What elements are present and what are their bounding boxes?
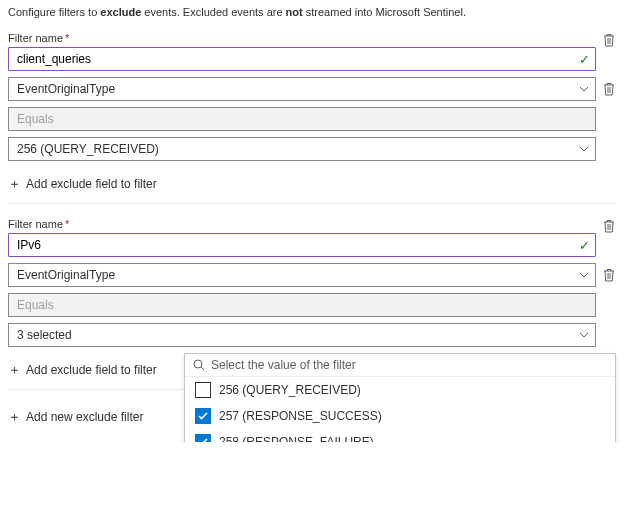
- chevron-down-icon: [579, 146, 589, 152]
- filter-block: Filter name* ✓ EventOriginalType Equals …: [8, 218, 616, 436]
- checkbox[interactable]: [195, 434, 211, 442]
- plus-icon: ＋: [8, 361, 20, 379]
- trash-icon: [603, 82, 615, 96]
- checkbox[interactable]: [195, 382, 211, 398]
- field-select[interactable]: EventOriginalType: [8, 77, 596, 101]
- filter-name-input[interactable]: [8, 47, 596, 71]
- plus-icon: ＋: [8, 175, 20, 193]
- divider: [8, 203, 616, 204]
- dropdown-option[interactable]: 256 (QUERY_RECEIVED): [185, 377, 615, 403]
- dropdown-option[interactable]: 257 (RESPONSE_SUCCESS): [185, 403, 615, 429]
- add-field-button[interactable]: ＋ Add exclude field to filter: [8, 167, 616, 203]
- dropdown-option-label: 258 (RESPONSE_FAILURE): [219, 435, 374, 442]
- plus-icon: ＋: [8, 408, 20, 426]
- trash-icon: [603, 219, 615, 233]
- delete-filter-button[interactable]: [602, 33, 616, 47]
- filter-name-label: Filter name*: [8, 32, 69, 44]
- filter-block: Filter name* ✓ EventOriginalType Equals …: [8, 32, 616, 203]
- filter-name-input[interactable]: [8, 233, 596, 257]
- checkbox[interactable]: [195, 408, 211, 424]
- value-select[interactable]: 256 (QUERY_RECEIVED): [8, 137, 596, 161]
- value-dropdown-panel: Select the value of the filter 256 (QUER…: [184, 353, 616, 442]
- svg-point-0: [194, 360, 202, 368]
- delete-filter-button[interactable]: [602, 219, 616, 233]
- dropdown-option-label: 256 (QUERY_RECEIVED): [219, 383, 361, 397]
- chevron-down-icon: [579, 332, 589, 338]
- chevron-down-icon: [579, 272, 589, 278]
- delete-field-button[interactable]: [602, 268, 616, 282]
- dropdown-option[interactable]: 258 (RESPONSE_FAILURE): [185, 429, 615, 442]
- chevron-down-icon: [579, 86, 589, 92]
- svg-line-1: [201, 367, 204, 370]
- trash-icon: [603, 33, 615, 47]
- dropdown-option-label: 257 (RESPONSE_SUCCESS): [219, 409, 382, 423]
- intro-text: Configure filters to exclude events. Exc…: [8, 6, 616, 18]
- trash-icon: [603, 268, 615, 282]
- operator-select: Equals: [8, 293, 596, 317]
- delete-field-button[interactable]: [602, 82, 616, 96]
- operator-select: Equals: [8, 107, 596, 131]
- field-select[interactable]: EventOriginalType: [8, 263, 596, 287]
- search-icon: [193, 359, 205, 371]
- value-select[interactable]: 3 selected: [8, 323, 596, 347]
- dropdown-search-input[interactable]: Select the value of the filter: [185, 354, 615, 377]
- filter-name-label: Filter name*: [8, 218, 69, 230]
